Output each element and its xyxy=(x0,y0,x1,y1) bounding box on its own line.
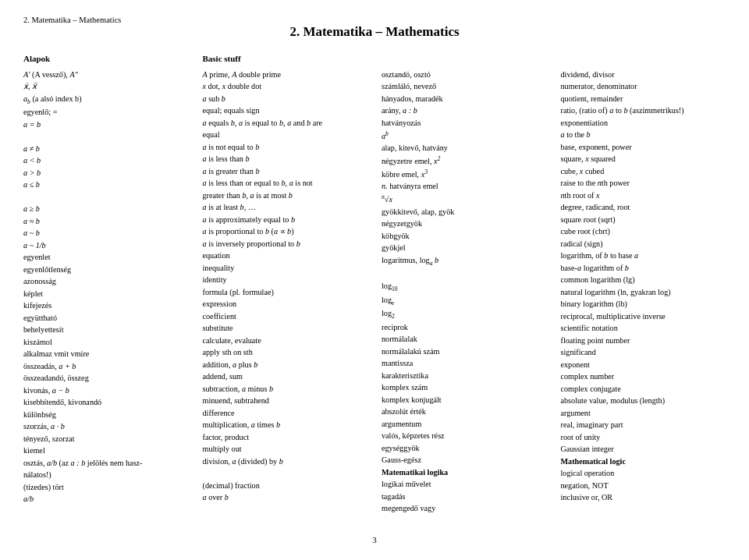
entry: subtraction, a minus b xyxy=(203,383,368,395)
entry: kisebbítendő, kivonandó xyxy=(23,396,189,409)
entry: nálatos!) xyxy=(23,469,189,481)
entry: multiplication, a times b xyxy=(203,419,368,431)
entry: numerator, denominator xyxy=(561,80,726,93)
entry: komplex konjugált xyxy=(382,394,547,406)
entry: substitute xyxy=(203,322,368,335)
entry: dividend, divisor xyxy=(561,69,726,81)
entry: square, x squared xyxy=(561,153,726,165)
entry: addend, sum xyxy=(203,370,368,383)
entry xyxy=(382,268,547,280)
entry: karakterisztika xyxy=(382,370,547,382)
entry: absolute value, modulus (length) xyxy=(561,395,726,407)
entry: a over b xyxy=(203,491,368,504)
entry: division, a (divided) by b xyxy=(203,455,368,468)
main-content: Alapok A′ (A vessző), A″ ẋ, ẍ ab (a alsó… xyxy=(23,52,726,519)
entry: equation xyxy=(203,250,368,262)
entry: negation, NOT xyxy=(561,480,726,492)
entry: négyzetgyök xyxy=(382,218,547,230)
entry: quotient, remainder xyxy=(561,93,726,105)
entry: formula (pl. formulae) xyxy=(203,286,368,299)
entry: base, exponent, power xyxy=(561,141,726,154)
entry: különbség xyxy=(23,409,189,421)
entry: komplex szám xyxy=(382,381,547,394)
entry: Gauss-egész xyxy=(382,454,547,466)
entry: minuend, subtrahend xyxy=(203,395,368,407)
entry xyxy=(23,191,189,204)
entry: calculate, evaluate xyxy=(203,335,368,347)
page-title: 2. Matematika – Mathematics xyxy=(23,24,726,40)
entry: szorzás, a · b xyxy=(23,420,189,433)
entry xyxy=(203,467,368,480)
page-header: 2. Matematika – Mathematics xyxy=(23,16,726,24)
entry: a ≈ b xyxy=(23,215,189,228)
entry: normálalak xyxy=(382,333,547,346)
entry: egyenlet xyxy=(23,251,189,264)
page-footer: 3 xyxy=(23,535,726,544)
entry: a is not equal to b xyxy=(203,141,368,154)
entry: arány, a : b xyxy=(382,105,547,117)
entry: addition, a plus b xyxy=(203,359,368,371)
entry: A prime, A double prime xyxy=(203,69,368,81)
col4-title xyxy=(561,52,726,66)
entry: a sub b xyxy=(203,93,368,105)
entry: reciprok xyxy=(382,321,547,334)
section-title: Mathematical logic xyxy=(561,455,726,468)
entry: inequality xyxy=(203,262,368,275)
entry: számláló, nevező xyxy=(382,80,547,93)
entry: a is greater than b xyxy=(203,165,368,178)
entry: equal; equals sign xyxy=(203,105,368,117)
entry: difference xyxy=(203,407,368,420)
entry: valós, képzetes rész xyxy=(382,430,547,442)
entry: complex conjugate xyxy=(561,383,726,395)
entry: Gaussian integer xyxy=(561,443,726,455)
entry: (decimal) fraction xyxy=(203,480,368,492)
entry: log2 xyxy=(382,307,547,321)
entry: a equals b, a is equal to b, a and b are xyxy=(203,117,368,129)
entry: identity xyxy=(203,274,368,286)
entry: kiemel xyxy=(23,445,189,457)
entry: cube, x cubed xyxy=(561,165,726,178)
entry: equal xyxy=(203,129,368,141)
entry: normálalakú szám xyxy=(382,346,547,358)
entry: root of unity xyxy=(561,431,726,444)
entry: logikai művelet xyxy=(382,478,547,491)
entry: degree, radicand, root xyxy=(561,201,726,214)
entry: hányados, maradék xyxy=(382,93,547,105)
entry: köbre emel, x3 xyxy=(382,168,547,181)
entry: a to the b xyxy=(561,129,726,141)
page-number: 3 xyxy=(372,535,377,544)
entry: a ≥ b xyxy=(23,203,189,215)
entry: tagadás xyxy=(382,491,547,503)
entry: képlet xyxy=(23,288,189,300)
entry: cube root (cbrt) xyxy=(561,225,726,238)
entry: raise to the nth power xyxy=(561,177,726,190)
entry: a ≤ b xyxy=(23,179,189,191)
entry: exponentiation xyxy=(561,117,726,129)
entry: alkalmaz vmit vmire xyxy=(23,348,189,360)
entry: gyökkitevő, alap, gyök xyxy=(382,206,547,218)
entry: egységgyök xyxy=(382,442,547,455)
entry: n. hatványra emel xyxy=(382,180,547,193)
entry: a is at least b, … xyxy=(203,201,368,214)
entry: megengedő vagy xyxy=(382,502,547,515)
entry: x dot, x double dot xyxy=(203,80,368,93)
col1-title: Alapok xyxy=(23,52,189,66)
entry: a ~ b xyxy=(23,227,189,239)
entry: natural logarithm (ln, gyakran log) xyxy=(561,286,726,299)
entry: a is less than b xyxy=(203,153,368,165)
entry: négyzetre emel, x2 xyxy=(382,154,547,168)
entry: a > b xyxy=(23,167,189,179)
entry: apply sth on sth xyxy=(203,346,368,359)
entry: hatványozás xyxy=(382,117,547,129)
entry: scientific notation xyxy=(561,322,726,335)
entry: osztandó, osztó xyxy=(382,69,547,81)
section-title: Matematikai logika xyxy=(382,466,547,479)
entry: ab xyxy=(382,129,547,142)
entry: coefficient xyxy=(203,310,368,323)
entry: gyökjel xyxy=(382,242,547,254)
entry: osztás, a/b (az a : b jelölés nem hasz- xyxy=(23,457,189,470)
entry: reciprocal, multiplicative inverse xyxy=(561,310,726,323)
entry: radical (sign) xyxy=(561,238,726,250)
entry: base-a logarithm of b xyxy=(561,262,726,275)
entry: a is inversely proportional to b xyxy=(203,238,368,250)
